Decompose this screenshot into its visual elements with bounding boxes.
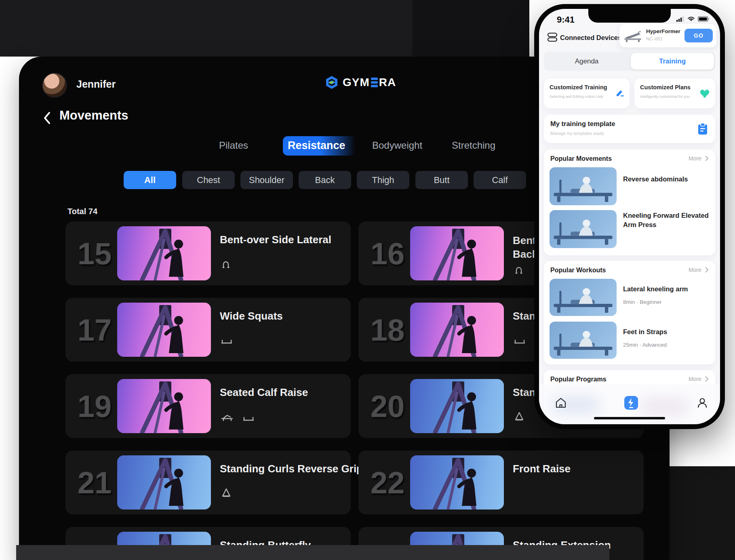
tab-training[interactable]: Training [631, 53, 714, 69]
item-title[interactable]: Feet in Straps [623, 327, 710, 337]
card-title: Customized Training [550, 84, 607, 91]
card-thumbnail [410, 455, 504, 509]
device-model: NC–001 [646, 36, 662, 41]
phone-screen: 9:41 [539, 9, 720, 424]
device-name: HyperFormer [646, 28, 680, 34]
signal-icon [676, 16, 684, 22]
card-title: Front Raise [513, 463, 571, 475]
card-title: My training template [550, 120, 615, 128]
card-thumbnail [117, 303, 211, 357]
chip-back[interactable]: Back [299, 171, 351, 189]
more-button[interactable]: More [689, 376, 709, 382]
chip-butt[interactable]: Butt [415, 171, 468, 189]
phone-notch [588, 9, 671, 23]
tab-bodyweight[interactable]: Bodyweight [372, 140, 422, 151]
tab-resistance[interactable]: Resistance [288, 139, 345, 152]
item-thumbnail[interactable] [550, 210, 617, 248]
bench-icon [221, 411, 234, 422]
card-number: 22 [367, 451, 408, 514]
device-image [623, 29, 644, 42]
card-number: 19 [74, 374, 115, 438]
item-title[interactable]: Reverse abdominals [623, 175, 710, 184]
go-button[interactable]: GO [684, 29, 713, 42]
item-thumbnail[interactable] [550, 167, 617, 205]
segmented-control: Agenda Training [544, 52, 715, 71]
movement-card-19[interactable]: 19 Seated Calf Raise [65, 374, 351, 438]
background-block-top-right [412, 0, 529, 66]
card-thumbnail [410, 379, 504, 433]
card-number: 18 [367, 298, 408, 362]
back-icon[interactable] [42, 111, 52, 127]
bar-icon [242, 411, 255, 422]
home-icon[interactable] [555, 397, 567, 409]
item-thumbnail[interactable] [550, 279, 617, 316]
home-indicator[interactable] [594, 417, 665, 419]
card-number: 20 [367, 374, 408, 438]
movement-card-22[interactable]: 22 Front Raise [358, 451, 644, 514]
device-card[interactable]: HyperFormer NC–001 GO [619, 23, 717, 48]
card-title: Seated Calf Raise [220, 386, 308, 399]
logo-text-right: RA [379, 76, 396, 89]
avatar[interactable] [42, 73, 67, 98]
gymera-logo: GYM RA [324, 75, 396, 90]
item-meta: 25min · Advanced [623, 342, 667, 348]
chip-all[interactable]: All [124, 171, 176, 189]
tab-agenda[interactable]: Agenda [544, 52, 630, 71]
card-title: Bent-over Side Lateral [220, 234, 331, 246]
customized-training-card[interactable]: Customized Training Selecting and Editin… [544, 78, 630, 108]
clipboard-icon [697, 123, 708, 135]
tab-pilates[interactable]: Pilates [219, 140, 248, 151]
battery-icon [698, 16, 710, 22]
background-bottom-band [16, 545, 609, 560]
chip-thigh[interactable]: Thigh [357, 171, 409, 189]
item-title[interactable]: Kneeling Forward Elevated Arm Press [623, 211, 710, 229]
bar-icon [514, 334, 526, 345]
movement-card-21[interactable]: 21 Standing Curls Reverse Grip [65, 451, 351, 514]
training-nav-icon[interactable] [624, 396, 638, 410]
card-subtitle: Intelligently customized for you [640, 95, 690, 99]
movement-card-17[interactable]: 17 Wide Squats [65, 298, 351, 362]
item-meta: 8min · Beginner [623, 299, 661, 305]
card-thumbnail [117, 455, 211, 509]
status-icons [676, 16, 710, 22]
card-thumbnail [117, 226, 211, 280]
profile-icon[interactable] [696, 397, 708, 409]
chip-chest[interactable]: Chest [182, 171, 235, 189]
chevron-right-icon [705, 267, 709, 273]
chip-shoulder[interactable]: Shoulder [240, 171, 293, 189]
logo-text-left: GYM [343, 76, 370, 89]
connected-devices-label: Connected Devices [560, 34, 621, 42]
connected-devices-icon [547, 32, 558, 43]
pencil-icon [615, 88, 625, 98]
customized-plans-card[interactable]: Customized Plans Intelligently customize… [634, 78, 715, 108]
card-thumbnail [410, 303, 504, 357]
gymera-hexagon-icon [324, 75, 339, 90]
card-number: 21 [74, 451, 115, 514]
more-button[interactable]: More [689, 267, 709, 273]
card-title: Standing Curls Reverse Grip [220, 463, 363, 475]
more-button[interactable]: More [689, 155, 709, 162]
card-number: 15 [74, 221, 115, 285]
triangle-icon [514, 411, 525, 422]
bar-icon [221, 334, 233, 345]
template-card[interactable]: My training template Manage my templates… [544, 115, 715, 143]
triangle-icon [221, 487, 232, 498]
page-canvas: Jennifer GYM RA Movements Pilates Resist… [0, 0, 735, 560]
tab-stretching[interactable]: Stretching [452, 140, 495, 151]
section-title: Popular Movements [550, 155, 612, 162]
item-thumbnail[interactable] [550, 322, 617, 359]
section-title: Popular Workouts [550, 267, 606, 274]
chevron-right-icon [705, 376, 709, 382]
muscle-icon [699, 88, 710, 99]
item-title[interactable]: Lateral kneeling arm [623, 284, 710, 294]
movement-card-15[interactable]: 15 Bent-over Side Lateral [65, 221, 351, 285]
chip-calf[interactable]: Calf [474, 171, 526, 189]
card-title: Customized Plans [640, 84, 691, 91]
section-title: Popular Programs [550, 376, 607, 383]
card-title: Wide Squats [220, 310, 283, 322]
handle-icon [221, 258, 231, 269]
bottom-nav [539, 384, 720, 424]
card-number: 16 [367, 221, 408, 285]
card-subtitle: Selecting and Editing Action Lists [550, 95, 603, 99]
total-count: Total 74 [67, 207, 97, 216]
